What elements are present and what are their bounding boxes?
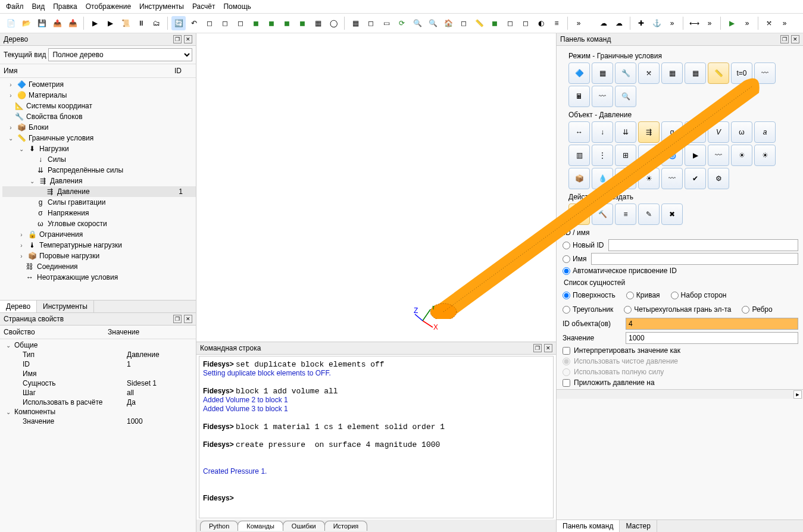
import-icon[interactable]: 📥 xyxy=(65,16,80,30)
object-id-input[interactable] xyxy=(626,318,798,330)
tree-block-props[interactable]: Свойства блоков xyxy=(26,112,83,121)
tree-dist-forces[interactable]: Распределённые силы xyxy=(48,166,123,174)
tab-cmd-panel[interactable]: Панель команд xyxy=(557,520,620,532)
cube3-icon[interactable]: ◻ xyxy=(233,16,248,30)
ruler-icon[interactable]: 📏 xyxy=(472,16,486,30)
undock-icon[interactable]: ❐ xyxy=(173,315,182,323)
menu-display[interactable]: Отображение xyxy=(86,2,131,11)
menu-edit[interactable]: Правка xyxy=(53,2,77,11)
pause-icon[interactable]: ⏸ xyxy=(134,16,148,30)
run-icon[interactable]: ▶ xyxy=(88,16,102,30)
chk-interpret[interactable] xyxy=(563,347,570,355)
script-icon[interactable]: 📜 xyxy=(118,16,133,30)
tree-forces[interactable]: Силы xyxy=(48,155,66,164)
layers-icon[interactable]: 🗂 xyxy=(149,16,164,30)
prop-group-components[interactable]: Компоненты xyxy=(14,408,55,416)
refresh-icon[interactable]: ⟳ xyxy=(395,16,409,30)
more-icon[interactable]: » xyxy=(571,16,586,30)
undock-icon[interactable]: ❐ xyxy=(173,35,182,43)
tree-bc[interactable]: Граничные условия xyxy=(29,134,93,142)
cube1-icon[interactable]: ◻ xyxy=(202,16,217,30)
tree-pressures[interactable]: Давления xyxy=(50,177,82,185)
list-icon[interactable]: ≡ xyxy=(549,16,564,30)
box-icon[interactable]: ◻ xyxy=(364,16,378,30)
tree-gravity[interactable]: Силы гравитации xyxy=(48,198,105,206)
more5-icon[interactable]: » xyxy=(777,16,792,30)
cloud2-icon[interactable]: ☁ xyxy=(612,16,626,30)
current-view-select[interactable]: Полное дерево xyxy=(48,48,192,61)
close-icon[interactable]: ✕ xyxy=(791,35,799,43)
tree-loads[interactable]: Нагрузки xyxy=(39,145,69,153)
zoom-in-icon[interactable]: 🔍 xyxy=(410,16,424,30)
plus-icon[interactable]: ✚ xyxy=(634,16,648,30)
menu-calc[interactable]: Расчёт xyxy=(192,2,215,11)
cloud-icon[interactable]: ☁ xyxy=(596,16,611,30)
tree-blocks[interactable]: Блоки xyxy=(29,123,49,132)
tab-wizard[interactable]: Мастер xyxy=(620,520,657,532)
close-icon[interactable]: ✕ xyxy=(184,35,192,43)
tab-errors[interactable]: Ошибки xyxy=(283,521,325,531)
chk-apply-on[interactable] xyxy=(563,379,570,387)
anchor-icon[interactable]: ⚓ xyxy=(649,16,664,30)
play-icon[interactable]: ▶ xyxy=(724,16,739,30)
close-icon[interactable]: ✕ xyxy=(184,315,192,323)
more2-icon[interactable]: » xyxy=(665,16,679,30)
tree-pore[interactable]: Поровые нагрузки xyxy=(39,252,99,260)
menu-view[interactable]: Вид xyxy=(32,2,45,11)
menu-help[interactable]: Помощь xyxy=(223,2,251,11)
tree-cs[interactable]: Системы координат xyxy=(26,102,92,110)
tree-nonrefl[interactable]: Неотражающие условия xyxy=(37,273,118,281)
cube2-icon[interactable]: ◻ xyxy=(218,16,232,30)
command-output[interactable]: Fidesys> set duplicate block elements of… xyxy=(199,356,554,518)
undock-icon[interactable]: ❐ xyxy=(780,35,789,43)
zoom-out-icon[interactable]: 🔍 xyxy=(426,16,440,30)
tree-stresses[interactable]: Напряжения xyxy=(48,209,89,217)
more4-icon[interactable]: » xyxy=(740,16,754,30)
tree-geometry[interactable]: Геометрия xyxy=(29,80,64,89)
cube7-icon[interactable]: ◼ xyxy=(295,16,310,30)
persp-icon[interactable]: ◻ xyxy=(457,16,471,30)
tree-pressure-1[interactable]: Давление xyxy=(57,187,90,196)
tree-connections[interactable]: Соединения xyxy=(37,262,78,271)
tab-python[interactable]: Python xyxy=(200,521,238,531)
tab-tools[interactable]: Инструменты xyxy=(37,301,94,312)
open-icon[interactable]: 📂 xyxy=(19,16,33,30)
link-icon[interactable]: ⟷ xyxy=(687,16,701,30)
cube4-icon[interactable]: ◼ xyxy=(249,16,263,30)
menu-tools[interactable]: Инструменты xyxy=(139,2,184,11)
sphere-icon[interactable]: ◯ xyxy=(326,16,340,30)
undo-icon[interactable]: ↶ xyxy=(187,16,201,30)
vol2-icon[interactable]: ◻ xyxy=(503,16,517,30)
prop-group-general[interactable]: Общие xyxy=(14,341,38,349)
run2-icon[interactable]: ▶ xyxy=(103,16,117,30)
select-icon[interactable]: ▭ xyxy=(379,16,393,30)
undock-icon[interactable]: ❐ xyxy=(533,344,542,352)
new-icon[interactable]: 📄 xyxy=(4,16,18,30)
tree-ang-vel[interactable]: Угловые скорости xyxy=(48,220,107,228)
tab-commands[interactable]: Команды xyxy=(238,521,283,531)
export-icon[interactable]: 📤 xyxy=(50,16,64,30)
rotate-icon[interactable]: 🔄 xyxy=(171,16,186,30)
cube6-icon[interactable]: ◼ xyxy=(280,16,294,30)
shade-icon[interactable]: ◐ xyxy=(534,16,548,30)
axes-icon[interactable]: ⤧ xyxy=(762,16,776,30)
h-scrollbar[interactable]: ◄► xyxy=(557,389,803,399)
save-icon[interactable]: 💾 xyxy=(35,16,49,30)
home-icon[interactable]: 🏠 xyxy=(441,16,455,30)
more3-icon[interactable]: » xyxy=(702,16,717,30)
tab-history[interactable]: История xyxy=(324,521,368,531)
cube5-icon[interactable]: ◼ xyxy=(264,16,279,30)
vol3-icon[interactable]: ◻ xyxy=(518,16,533,30)
mesh-icon[interactable]: ▦ xyxy=(311,16,325,30)
tab-tree[interactable]: Дерево xyxy=(0,301,37,312)
tree-constraints[interactable]: Ограничения xyxy=(39,230,83,239)
menu-file[interactable]: Файл xyxy=(6,2,24,11)
close-icon[interactable]: ✕ xyxy=(544,344,552,352)
vol-icon[interactable]: ◼ xyxy=(488,16,502,30)
tree-materials[interactable]: Материалы xyxy=(29,91,67,99)
tree-body[interactable]: ›🔷Геометрия ›🟡Материалы 📐Системы координ… xyxy=(0,78,196,300)
value-input[interactable] xyxy=(626,332,798,344)
viewport-3d[interactable]: X Y Z xyxy=(196,33,556,342)
tree-thermal[interactable]: Температурные нагрузки xyxy=(39,241,122,249)
grid-icon[interactable]: ▦ xyxy=(348,16,363,30)
